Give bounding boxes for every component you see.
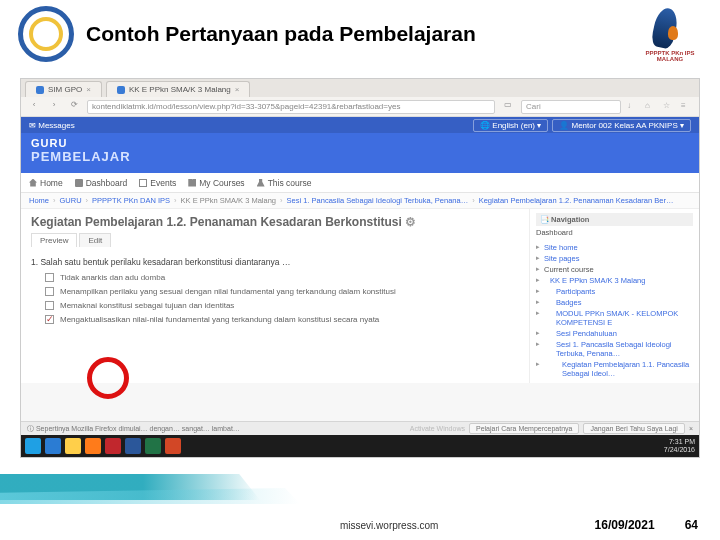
browser-toolbar: ‹ › ⟳ kontendiklatmk.id/mod/lesson/view.… [21,97,699,117]
browser-screenshot: SIM GPO× KK E PPkn SMA/K 3 Malang× ‹ › ⟳… [20,78,700,458]
taskbar-icon[interactable] [65,438,81,454]
user-menu[interactable]: 👤 Mentor 002 Kelas AA PKNIPS ▾ [552,119,691,132]
browser-tab[interactable]: SIM GPO× [25,81,102,97]
menu-icon[interactable]: ≡ [681,101,693,113]
page-heading: Kegiatan Pembelajaran 1.2. Penanaman Kes… [31,215,519,229]
question-options: Tidak anarkis dan adu domba Menampilkan … [45,273,519,324]
nav-item[interactable]: KK E PPkn SMA/K 3 Malang [536,275,693,286]
settings-icon[interactable]: ⚙ [405,215,416,229]
infobar-text: ⓘ Sepertinya Mozilla Firefox dimulai… de… [27,424,240,434]
forward-button[interactable]: › [47,100,61,114]
browser-tab[interactable]: KK E PPkn SMA/K 3 Malang× [106,81,251,97]
main-content: Kegiatan Pembelajaran 1.2. Penanaman Kes… [21,209,529,383]
infobar-learn-button[interactable]: Pelajari Cara Mempercepatnya [469,423,580,434]
checkbox[interactable] [45,315,54,324]
option-row[interactable]: Memaknai konstitusi sebagai tujuan dan i… [45,301,519,310]
lms-topbar: ✉ Messages 🌐 English (en) ▾ 👤 Mentor 002… [21,117,699,133]
nav-item[interactable]: Current course [536,264,693,275]
windows-taskbar: 7:31 PM7/24/2016 [21,435,699,457]
navigation-block: 📑 Navigation Dashboard Site home Site pa… [529,209,699,383]
taskbar-icon[interactable] [145,438,161,454]
home-icon[interactable]: ⌂ [645,101,657,113]
checkbox[interactable] [45,287,54,296]
option-row[interactable]: Menampilkan perilaku yang sesuai dengan … [45,287,519,296]
crumb[interactable]: PPPPTK PKn DAN IPS [92,196,170,205]
crumb[interactable]: GURU [60,196,82,205]
infobar-close-icon[interactable]: × [689,425,693,432]
crumb[interactable]: KK E PPkn SMA/K 3 Malang [181,196,276,205]
system-clock[interactable]: 7:31 PM7/24/2016 [664,438,695,453]
slide-title: Contoh Pertanyaan pada Pembelajaran [86,22,476,46]
language-menu[interactable]: 🌐 English (en) ▾ [473,119,548,132]
reader-icon[interactable]: ▭ [501,100,515,114]
reload-button[interactable]: ⟳ [67,100,81,114]
messages-link[interactable]: ✉ Messages [29,121,75,130]
close-icon[interactable]: × [235,85,240,94]
nav-mycourses[interactable]: My Courses [188,178,244,188]
taskbar-icon[interactable] [45,438,61,454]
lms-navbar: Home Dashboard Events My Courses This co… [21,173,699,193]
nav-item[interactable]: Badges [536,297,693,308]
bookmark-icon[interactable]: ☆ [663,101,675,113]
taskbar-icon[interactable] [105,438,121,454]
nav-item[interactable]: Sesi 1. Pancasila Sebagai Ideologi Terbu… [536,339,693,359]
tab-preview[interactable]: Preview [31,233,77,247]
close-icon[interactable]: × [86,85,91,94]
footer-source: missevi.worpress.com [340,520,438,531]
footer-date: 16/09/2021 [595,518,655,532]
nav-root[interactable]: Dashboard [536,226,693,239]
taskbar-icon[interactable] [165,438,181,454]
infobar-dismiss-button[interactable]: Jangan Beri Tahu Saya Lagi [583,423,684,434]
logo-pppptk: PPPPTK PKn IPS MALANG [642,6,698,62]
taskbar-icon[interactable] [125,438,141,454]
nav-dashboard[interactable]: Dashboard [75,178,128,188]
logo-kemdikbud [18,6,74,62]
nav-item[interactable]: MODUL PPKn SMA/K - KELOMPOK KOMPETENSI E [536,308,693,328]
nav-item[interactable]: Participants [536,286,693,297]
firefox-infobar: ⓘ Sepertinya Mozilla Firefox dimulai… de… [21,421,699,435]
downloads-icon[interactable]: ↓ [627,101,639,113]
nav-events[interactable]: Events [139,178,176,188]
nav-item[interactable]: Kegiatan Pembelajaran 1.1. Pancasila Seb… [536,359,693,379]
lesson-tabs: Preview Edit [31,233,519,247]
checkbox[interactable] [45,273,54,282]
breadcrumb: Home› GURU› PPPPTK PKn DAN IPS› KK E PPk… [21,193,699,209]
start-button[interactable] [25,438,41,454]
taskbar-icon[interactable] [85,438,101,454]
back-button[interactable]: ‹ [27,100,41,114]
crumb[interactable]: Sesi 1. Pancasila Sebagai Ideologi Terbu… [287,196,469,205]
option-row[interactable]: Tidak anarkis dan adu domba [45,273,519,282]
block-title: 📑 Navigation [536,213,693,226]
crumb[interactable]: Kegiatan Pembelajaran 1.2. Penanaman Kes… [479,196,674,205]
tab-edit[interactable]: Edit [79,233,111,247]
nav-item[interactable]: Site home [536,242,693,253]
browser-tabstrip: SIM GPO× KK E PPkn SMA/K 3 Malang× [21,79,699,97]
footer-page: 64 [685,518,698,532]
question-text: 1. Salah satu bentuk perilaku kesadaran … [31,257,519,267]
search-input[interactable]: Cari [521,100,621,114]
checkbox[interactable] [45,301,54,310]
address-bar[interactable]: kontendiklatmk.id/mod/lesson/view.php?id… [87,100,495,114]
windows-watermark: Activate Windows [410,425,465,432]
crumb[interactable]: Home [29,196,49,205]
lms-banner: GURU PEMBELAJAR [21,133,699,173]
nav-item[interactable]: Site pages [536,253,693,264]
nav-item[interactable]: Sesi Pendahuluan [536,328,693,339]
option-row[interactable]: Mengaktualisasikan nilai-nilai fundament… [45,315,519,324]
slide-footer: missevi.worpress.com 16/09/2021 64 [0,518,720,532]
nav-thiscourse[interactable]: This course [257,178,312,188]
nav-home[interactable]: Home [29,178,63,188]
